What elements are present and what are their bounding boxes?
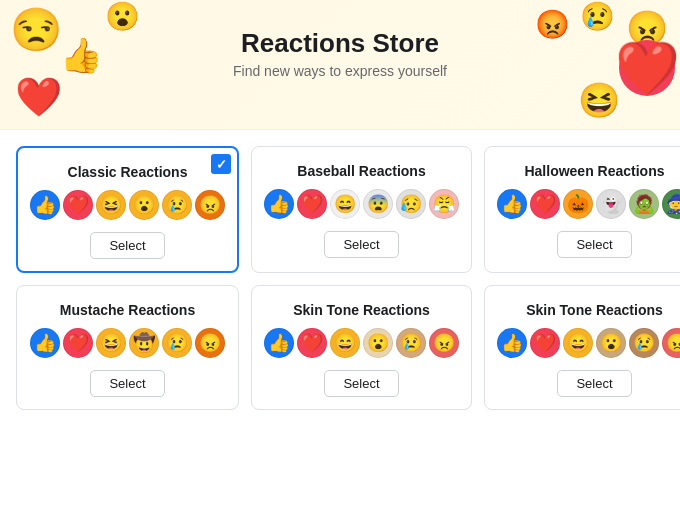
emoji: 😮 (363, 328, 393, 358)
reaction-card-baseball: Baseball Reactions👍❤️😄😨😥😤Select (251, 146, 472, 273)
reactions-grid: ✓Classic Reactions👍❤️😆😮😢😠SelectBaseball … (0, 130, 680, 426)
emoji: ❤️ (63, 190, 93, 220)
select-button-mustache[interactable]: Select (90, 370, 164, 397)
emoji: 😆 (96, 190, 126, 220)
reaction-card-skintone1: Skin Tone Reactions👍❤️😄😮😢😠Select (251, 285, 472, 410)
emoji-row-halloween: 👍❤️🎃👻🧟🧙 (497, 189, 680, 219)
select-button-classic[interactable]: Select (90, 232, 164, 259)
emoji: 😮 (596, 328, 626, 358)
emoji: 👍 (264, 189, 294, 219)
emoji: 😄 (563, 328, 593, 358)
emoji-row-skintone1: 👍❤️😄😮😢😠 (264, 328, 459, 358)
emoji: 😢 (396, 328, 426, 358)
page-title: Reactions Store (20, 28, 660, 59)
emoji: 🤠 (129, 328, 159, 358)
emoji: ❤️ (530, 189, 560, 219)
emoji: 😆 (96, 328, 126, 358)
emoji: 👍 (497, 328, 527, 358)
reaction-card-classic: ✓Classic Reactions👍❤️😆😮😢😠Select (16, 146, 239, 273)
emoji: 🧙 (662, 189, 680, 219)
emoji: 👍 (30, 190, 60, 220)
emoji: 😄 (330, 328, 360, 358)
card-title-halloween: Halloween Reactions (497, 163, 680, 179)
emoji: 😄 (330, 189, 360, 219)
emoji: ❤️ (63, 328, 93, 358)
selected-check: ✓ (211, 154, 231, 174)
emoji-row-skintone2: 👍❤️😄😮😢😠 (497, 328, 680, 358)
emoji: 👍 (30, 328, 60, 358)
reaction-card-halloween: Halloween Reactions👍❤️🎃👻🧟🧙Select (484, 146, 680, 273)
emoji: 👻 (596, 189, 626, 219)
emoji: 😮 (129, 190, 159, 220)
card-title-mustache: Mustache Reactions (29, 302, 226, 318)
emoji: 👍 (264, 328, 294, 358)
reaction-card-skintone2: Skin Tone Reactions👍❤️😄😮😢😠Select (484, 285, 680, 410)
emoji: 😨 (363, 189, 393, 219)
emoji: 😢 (162, 328, 192, 358)
select-button-baseball[interactable]: Select (324, 231, 398, 258)
emoji-row-mustache: 👍❤️😆🤠😢😠 (29, 328, 226, 358)
emoji: 😠 (195, 190, 225, 220)
card-title-skintone1: Skin Tone Reactions (264, 302, 459, 318)
emoji: 🧟 (629, 189, 659, 219)
deco-emoji-tr4: 😆 (578, 80, 620, 120)
card-title-classic: Classic Reactions (30, 164, 225, 180)
card-title-skintone2: Skin Tone Reactions (497, 302, 680, 318)
emoji: 🎃 (563, 189, 593, 219)
emoji: ❤️ (297, 328, 327, 358)
emoji: 😤 (429, 189, 459, 219)
emoji: 😢 (629, 328, 659, 358)
select-button-halloween[interactable]: Select (557, 231, 631, 258)
deco-emoji-tl3: ❤️ (15, 75, 62, 119)
select-button-skintone1[interactable]: Select (324, 370, 398, 397)
emoji: ❤️ (297, 189, 327, 219)
emoji: 👍 (497, 189, 527, 219)
page-subtitle: Find new ways to express yourself (20, 63, 660, 79)
emoji: 😢 (162, 190, 192, 220)
emoji-row-classic: 👍❤️😆😮😢😠 (30, 190, 225, 220)
emoji: 😥 (396, 189, 426, 219)
select-button-skintone2[interactable]: Select (557, 370, 631, 397)
emoji: 😠 (429, 328, 459, 358)
reaction-card-mustache: Mustache Reactions👍❤️😆🤠😢😠Select (16, 285, 239, 410)
emoji-row-baseball: 👍❤️😄😨😥😤 (264, 189, 459, 219)
emoji: 😠 (662, 328, 680, 358)
header: 😒 👍 ❤️ 😮 😠 😢 ❤️ 😆 😡 Reactions Store Find… (0, 0, 680, 130)
card-title-baseball: Baseball Reactions (264, 163, 459, 179)
emoji: ❤️ (530, 328, 560, 358)
emoji: 😠 (195, 328, 225, 358)
